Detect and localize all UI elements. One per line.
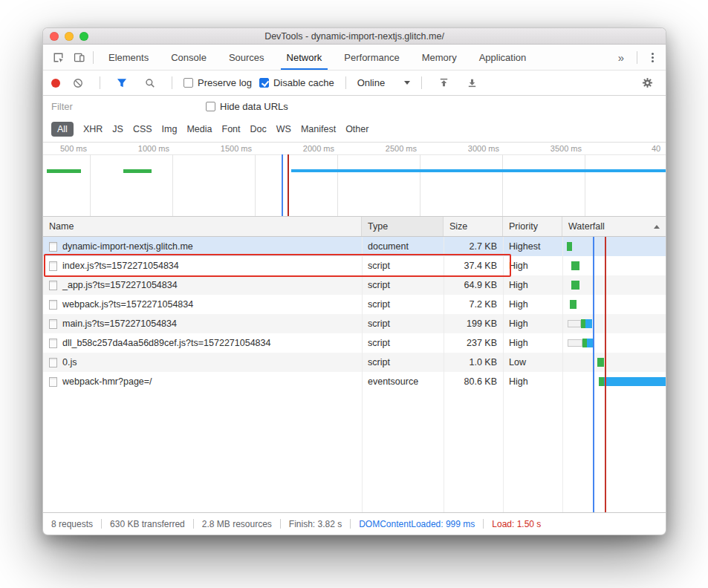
overview-bar-wait — [123, 169, 152, 173]
column-header-size[interactable]: Size — [444, 217, 503, 236]
export-har-icon[interactable] — [461, 73, 482, 93]
checkbox-box — [259, 78, 269, 88]
request-waterfall — [562, 372, 666, 391]
timeline-gridline — [502, 154, 503, 216]
settings-gear-icon[interactable] — [637, 73, 657, 93]
type-filter-media[interactable]: Media — [186, 124, 212, 134]
column-header-waterfall[interactable]: Waterfall — [562, 217, 666, 236]
request-name: 0.js — [62, 357, 77, 368]
resource-icon — [49, 261, 57, 271]
more-tabs-icon[interactable]: » — [612, 51, 630, 64]
devtools-menu-icon[interactable] — [644, 53, 661, 62]
close-window-button[interactable] — [50, 32, 59, 41]
type-filter-other[interactable]: Other — [345, 124, 368, 134]
tab-network[interactable]: Network — [276, 45, 334, 70]
table-row[interactable]: index.js?ts=1572271054834 script 37.4 KB… — [43, 256, 666, 275]
checkbox-label: Hide data URLs — [220, 101, 288, 112]
import-har-icon[interactable] — [433, 73, 454, 93]
network-overview-timeline[interactable]: 500 ms1000 ms1500 ms2000 ms2500 ms3000 m… — [43, 142, 666, 217]
table-row[interactable]: webpack.js?ts=1572271054834 script 7.2 K… — [43, 295, 666, 314]
preserve-log-checkbox[interactable]: Preserve log — [184, 77, 252, 88]
tab-label: Elements — [108, 52, 149, 63]
column-header-priority[interactable]: Priority — [503, 217, 562, 236]
table-row[interactable]: main.js?ts=1572271054834 script 199 KB H… — [43, 314, 666, 333]
resource-icon — [49, 242, 57, 252]
timeline-label: 1000 ms — [110, 144, 169, 153]
type-filter-all[interactable]: All — [51, 122, 74, 137]
device-toolbar-icon[interactable] — [68, 48, 89, 68]
request-size: 199 KB — [444, 318, 503, 329]
timeline-gridline — [255, 154, 256, 216]
timeline-label: 3000 ms — [440, 144, 499, 153]
table-row[interactable]: 0.js script 1.0 KB Low — [43, 353, 666, 372]
request-waterfall — [562, 275, 666, 295]
type-filter-xhr[interactable]: XHR — [83, 124, 103, 134]
inspect-element-icon[interactable] — [48, 48, 68, 68]
checkbox-box — [184, 78, 193, 88]
clear-network-log-icon[interactable] — [68, 73, 88, 93]
waterfall-bar-wait — [571, 281, 579, 290]
overview-bar-download — [291, 169, 666, 172]
table-row[interactable]: webpack-hmr?page=/ eventsource 80.6 KB H… — [43, 372, 666, 391]
waterfall-bar-wait — [597, 358, 604, 367]
domcontentloaded-time: DOMContentLoaded: 999 ms — [359, 519, 475, 529]
waterfall-bar-download — [604, 377, 666, 386]
timeline-gridline — [420, 154, 420, 216]
waterfall-bar-queue — [568, 339, 582, 347]
request-name: _app.js?ts=1572271054834 — [62, 280, 178, 290]
type-filter-css[interactable]: CSS — [133, 124, 152, 134]
table-row[interactable]: _app.js?ts=1572271054834 script 64.9 KB … — [43, 275, 666, 295]
tab-performance[interactable]: Performance — [333, 45, 410, 70]
checkbox-label: Disable cache — [273, 77, 334, 88]
disable-cache-checkbox[interactable]: Disable cache — [259, 77, 334, 88]
filter-input[interactable] — [51, 101, 192, 112]
table-row[interactable]: dll_b58c257da4aa56d89cef.js?ts=157227105… — [43, 333, 666, 353]
request-name: dynamic-import-nextjs.glitch.me — [62, 241, 193, 252]
minimize-window-button[interactable] — [65, 32, 74, 41]
request-name: dll_b58c257da4aa56d89cef.js?ts=157227105… — [62, 338, 270, 348]
timeline-label: 40 — [652, 144, 660, 153]
request-type: eventsource — [362, 376, 444, 387]
tab-sources[interactable]: Sources — [218, 45, 276, 70]
status-divider — [101, 519, 102, 529]
network-throttling-dropdown[interactable]: Online — [357, 77, 411, 88]
table-row[interactable]: dynamic-import-nextjs.glitch.me document… — [43, 237, 666, 256]
type-filter-font[interactable]: Font — [222, 124, 241, 134]
request-waterfall — [562, 333, 666, 353]
status-divider — [483, 519, 484, 529]
tab-application[interactable]: Application — [468, 45, 538, 70]
timeline-gridline — [172, 154, 173, 216]
column-header-type[interactable]: Type — [362, 217, 444, 236]
resource-icon — [49, 300, 57, 310]
type-filter-img[interactable]: Img — [162, 124, 178, 134]
request-type: script — [362, 338, 444, 348]
toolbar-divider — [345, 76, 346, 89]
type-filter-doc[interactable]: Doc — [250, 124, 267, 134]
tab-console[interactable]: Console — [160, 45, 218, 70]
type-filter-ws[interactable]: WS — [276, 124, 291, 134]
request-name: webpack.js?ts=1572271054834 — [62, 299, 193, 310]
tab-memory[interactable]: Memory — [411, 45, 468, 70]
overview-load-line — [288, 154, 289, 216]
column-header-name[interactable]: Name — [43, 217, 362, 236]
tab-label: Console — [171, 52, 207, 63]
hide-data-urls-checkbox[interactable]: Hide data URLs — [206, 101, 288, 112]
toolbar-divider — [100, 76, 100, 89]
window-titlebar: DevTools - dynamic-import-nextjs.glitch.… — [43, 28, 666, 45]
devtools-tabbar: Elements Console Sources Network Perform… — [43, 45, 666, 71]
type-filter-js[interactable]: JS — [112, 124, 123, 134]
request-waterfall — [562, 314, 666, 333]
filter-funnel-icon[interactable] — [111, 73, 132, 93]
resource-type-filters: All XHR JS CSS Img Media Font Doc WS Man… — [43, 117, 666, 142]
request-size: 2.7 KB — [444, 241, 503, 252]
record-network-log-button[interactable] — [51, 79, 60, 88]
request-type: script — [362, 261, 444, 271]
request-priority: High — [503, 261, 562, 271]
zoom-window-button[interactable] — [79, 32, 88, 41]
request-waterfall — [562, 237, 666, 256]
search-icon[interactable] — [140, 73, 160, 93]
request-waterfall — [562, 353, 666, 372]
type-filter-manifest[interactable]: Manifest — [301, 124, 336, 134]
resources-size: 2.8 MB resources — [202, 519, 272, 529]
tab-elements[interactable]: Elements — [97, 45, 160, 70]
